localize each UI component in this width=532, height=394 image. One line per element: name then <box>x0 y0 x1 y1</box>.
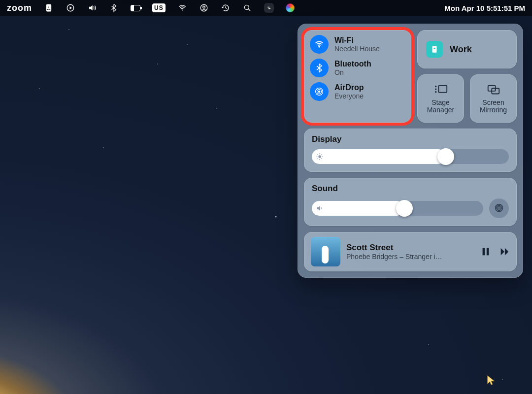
bluetooth-subtitle: On <box>334 68 371 76</box>
control-center-panel: Wi-Fi Needell House Bluetooth On AirDrop… <box>298 24 523 278</box>
pause-button[interactable] <box>480 246 491 257</box>
svg-point-24 <box>498 207 500 209</box>
bluetooth-icon <box>310 59 329 77</box>
control-center-icon[interactable] <box>264 3 274 13</box>
stage-manager-tile[interactable]: Stage Manager <box>417 74 464 123</box>
screen-mirroring-icon <box>486 83 501 96</box>
wifi-title: Wi-Fi <box>334 36 380 45</box>
speaker-icon <box>316 204 324 212</box>
airdrop-icon <box>310 82 329 101</box>
volume-slider[interactable] <box>312 201 483 216</box>
input-source-badge[interactable]: US <box>152 3 166 12</box>
next-track-button[interactable] <box>499 246 510 257</box>
svg-point-12 <box>318 91 320 93</box>
svg-point-5 <box>202 6 205 8</box>
sound-tile: Sound <box>304 178 517 226</box>
svg-point-19 <box>435 88 436 90</box>
screen-mirroring-label: Screen Mirroring <box>472 99 515 114</box>
user-circle-icon[interactable] <box>199 3 209 13</box>
svg-point-6 <box>244 5 249 9</box>
svg-point-18 <box>435 85 436 87</box>
airdrop-subtitle: Everyone <box>334 92 364 100</box>
now-playing-tile[interactable]: Scott Street Phoebe Bridgers – Stranger … <box>304 232 517 271</box>
airdrop-toggle[interactable]: AirDrop Everyone <box>310 82 405 101</box>
track-title: Scott Street <box>346 243 474 253</box>
sound-label: Sound <box>312 184 509 194</box>
connectivity-tile[interactable]: Wi-Fi Needell House Bluetooth On AirDrop… <box>304 30 411 123</box>
airplay-audio-button[interactable] <box>489 198 509 218</box>
battery-icon[interactable] <box>131 3 140 13</box>
zoom-app-label[interactable]: zoom <box>7 3 32 13</box>
svg-rect-17 <box>438 85 447 92</box>
bluetooth-title: Bluetooth <box>334 60 371 68</box>
menu-bar: zoom US Mon Apr 10 5:51:51 PM <box>0 0 532 16</box>
focus-label: Work <box>450 44 472 55</box>
bluetooth-icon[interactable] <box>109 3 119 13</box>
play-circle-icon[interactable] <box>66 3 75 13</box>
brightness-slider[interactable] <box>312 149 509 164</box>
svg-point-16 <box>433 48 435 49</box>
svg-point-8 <box>269 7 269 7</box>
search-icon[interactable] <box>242 3 252 13</box>
screen-mirroring-tile[interactable]: Screen Mirroring <box>470 74 517 123</box>
bluetooth-toggle[interactable]: Bluetooth On <box>310 59 405 77</box>
wifi-icon <box>310 35 329 54</box>
wifi-subtitle: Needell House <box>334 45 380 53</box>
siri-icon[interactable] <box>286 3 295 12</box>
album-art <box>311 237 340 266</box>
wifi-icon[interactable] <box>177 3 187 13</box>
menubar-clock[interactable]: Mon Apr 10 5:51:51 PM <box>444 4 525 12</box>
display-tile: Display <box>304 129 517 172</box>
stage-manager-label: Stage Manager <box>419 99 462 114</box>
display-label: Display <box>312 134 509 144</box>
svg-point-25 <box>497 205 501 210</box>
volume-icon[interactable] <box>87 3 97 13</box>
stage-manager-icon <box>433 83 448 96</box>
focus-work-icon <box>426 41 443 58</box>
time-machine-icon[interactable] <box>221 3 231 13</box>
airdrop-title: AirDrop <box>334 83 364 92</box>
svg-point-11 <box>319 46 320 48</box>
svg-point-3 <box>182 10 183 11</box>
wifi-toggle[interactable]: Wi-Fi Needell House <box>310 35 405 54</box>
svg-rect-27 <box>483 248 485 256</box>
svg-point-1 <box>48 6 49 8</box>
brightness-icon <box>316 153 324 161</box>
svg-point-10 <box>268 8 268 9</box>
svg-rect-28 <box>487 248 489 256</box>
svg-point-20 <box>435 91 436 93</box>
track-subtitle: Phoebe Bridgers – Stranger i… <box>346 253 474 261</box>
focus-tile[interactable]: Work <box>417 30 517 68</box>
svg-point-23 <box>318 155 321 158</box>
id-badge-icon[interactable] <box>44 3 54 13</box>
